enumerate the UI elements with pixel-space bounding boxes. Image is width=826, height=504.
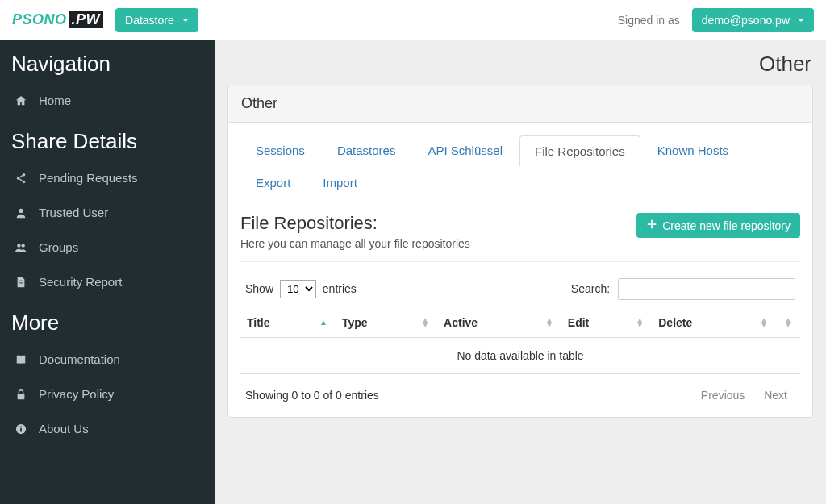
col-active[interactable]: Active ▲▼	[437, 308, 561, 338]
user-account-dropdown-button[interactable]: demo@psono.pw	[692, 8, 814, 32]
signed-in-label: Signed in as	[618, 14, 680, 27]
table-row-empty: No data available in table	[240, 338, 800, 374]
user-icon	[15, 207, 27, 219]
file-icon	[15, 277, 27, 288]
sidebar-header-navigation: Navigation	[0, 40, 215, 83]
sidebar-item-groups[interactable]: Groups	[0, 230, 215, 264]
pagination: Previous Next	[693, 389, 795, 402]
tab-api-keys[interactable]: API Schlüssel	[412, 135, 518, 165]
brand-part1: PSONO	[12, 11, 67, 28]
tab-datastores[interactable]: Datastores	[322, 135, 411, 165]
search-label: Search:	[571, 282, 610, 295]
sidebar-item-label: Pending Requests	[39, 171, 138, 185]
table-footer: Showing 0 to 0 of 0 entries Previous Nex…	[240, 374, 800, 405]
tab-sessions[interactable]: Sessions	[240, 135, 320, 165]
sort-icon: ▲▼	[421, 318, 429, 327]
caret-down-icon	[798, 19, 804, 22]
tab-known-hosts[interactable]: Known Hosts	[642, 135, 744, 165]
show-label: Show	[245, 282, 273, 295]
table-length-control: Show 10 entries	[245, 280, 357, 298]
datastore-dropdown-button[interactable]: Datastore	[115, 8, 198, 32]
svg-rect-9	[20, 426, 22, 427]
col-edit[interactable]: Edit ▲▼	[561, 308, 652, 338]
svg-point-4	[17, 244, 20, 247]
sidebar-item-about-us[interactable]: About Us	[0, 411, 215, 446]
sidebar-item-label: Groups	[39, 240, 78, 254]
entries-label: entries	[323, 282, 357, 295]
tabs: Sessions Datastores API Schlüssel File R…	[240, 135, 800, 198]
sidebar-item-label: About Us	[39, 422, 89, 435]
sidebar-item-label: Home	[39, 94, 71, 107]
svg-point-0	[23, 173, 26, 176]
svg-rect-6	[18, 394, 25, 399]
table-search-control: Search:	[571, 278, 795, 300]
datastore-label: Datastore	[125, 14, 174, 27]
plus-icon	[646, 219, 657, 232]
table-search-input[interactable]	[618, 278, 795, 300]
svg-point-3	[19, 208, 23, 212]
tab-export[interactable]: Export	[240, 167, 306, 198]
topbar: PSONO.PW Datastore Signed in as demo@pso…	[0, 0, 826, 40]
panel-other: Other Sessions Datastores API Schlüssel …	[227, 85, 813, 418]
sort-icon: ▲▼	[760, 318, 768, 327]
sort-icon: ▲▼	[636, 318, 644, 327]
svg-point-2	[23, 180, 26, 183]
book-icon	[15, 354, 27, 365]
create-button-label: Create new file repository	[662, 219, 791, 232]
empty-message: No data available in table	[240, 338, 800, 374]
col-type[interactable]: Type ▲▼	[336, 308, 437, 338]
section-title: File Repositories:	[240, 213, 470, 234]
svg-point-1	[17, 177, 20, 180]
sort-asc-icon: ▲	[319, 320, 327, 325]
sidebar-item-pending-requests[interactable]: Pending Requests	[0, 160, 215, 195]
main-content: Other Other Sessions Datastores API Schl…	[215, 40, 826, 504]
tab-import[interactable]: Import	[307, 167, 373, 198]
col-delete[interactable]: Delete ▲▼	[652, 308, 776, 338]
home-icon	[15, 95, 27, 106]
caret-down-icon	[182, 19, 189, 22]
brand-logo[interactable]: PSONO.PW	[12, 11, 103, 28]
info-icon	[15, 423, 27, 435]
sidebar-item-documentation[interactable]: Documentation	[0, 342, 215, 377]
sidebar-item-label: Trusted User	[39, 206, 108, 219]
sidebar-item-trusted-user[interactable]: Trusted User	[0, 195, 215, 230]
page-previous-button[interactable]: Previous	[693, 385, 753, 405]
create-file-repository-button[interactable]: Create new file repository	[636, 213, 800, 238]
svg-rect-8	[20, 428, 22, 431]
sidebar-item-security-report[interactable]: Security Report	[0, 264, 215, 299]
file-repositories-table: Title ▲ Type ▲▼ Active ▲▼	[240, 308, 800, 374]
share-icon	[15, 173, 27, 184]
section-subtitle: Here you can manage all your file reposi…	[240, 237, 470, 250]
user-email: demo@psono.pw	[702, 14, 790, 27]
brand-part2: .PW	[69, 11, 104, 28]
sidebar-item-home[interactable]: Home	[0, 83, 215, 118]
page-next-button[interactable]: Next	[756, 385, 795, 405]
sort-icon: ▲▼	[784, 318, 792, 327]
table-length-select[interactable]: 10	[280, 280, 316, 298]
section-header: File Repositories: Here you can manage a…	[240, 213, 800, 262]
sort-icon: ▲▼	[545, 318, 553, 327]
table-controls: Show 10 entries Search:	[240, 278, 800, 308]
sidebar-item-label: Security Report	[39, 275, 122, 289]
col-title[interactable]: Title ▲	[240, 308, 336, 338]
table-info: Showing 0 to 0 of 0 entries	[245, 389, 379, 402]
sidebar-item-privacy-policy[interactable]: Privacy Policy	[0, 377, 215, 411]
users-icon	[15, 242, 27, 253]
svg-point-5	[21, 244, 24, 247]
page-title: Other	[215, 40, 826, 85]
tab-file-repositories[interactable]: File Repositories	[519, 135, 640, 166]
sidebar-item-label: Privacy Policy	[39, 387, 114, 401]
sidebar-header-more: More	[0, 299, 215, 342]
lock-icon	[15, 389, 27, 400]
sidebar: Navigation Home Share Details Pending Re…	[0, 40, 215, 504]
sidebar-item-label: Documentation	[39, 352, 120, 366]
col-extra: ▲▼	[776, 308, 800, 338]
sidebar-header-share: Share Details	[0, 118, 215, 160]
panel-heading: Other	[228, 85, 812, 123]
